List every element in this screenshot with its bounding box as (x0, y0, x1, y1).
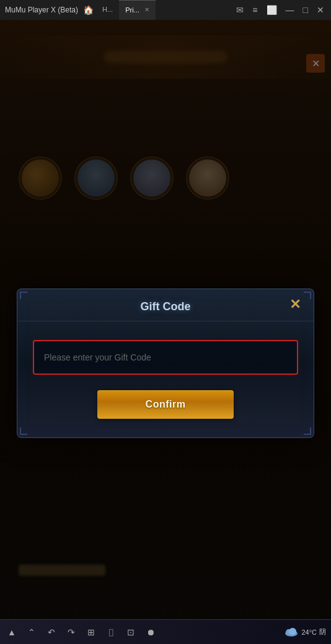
tab-h[interactable]: H... (96, 0, 119, 20)
taskbar-right: 24°C 阴 (284, 627, 326, 637)
dialog-header: Gift Code ✕ (17, 289, 314, 321)
weather-condition: 阴 (319, 627, 326, 637)
menu-icon[interactable]: ≡ (250, 5, 259, 15)
confirm-button[interactable]: Confirm (97, 390, 234, 419)
taskbar-icon-7[interactable]: ⊡ (124, 625, 138, 639)
corner-br (304, 427, 311, 435)
bottom-text-blur (19, 565, 105, 576)
restore-icon[interactable]: ⬜ (265, 5, 279, 15)
taskbar: ▲ ⌃ ↶ ↷ ⊞ ⌷ ⊡ ⏺ 24°C 阴 (0, 619, 331, 644)
close-button[interactable]: ✕ (315, 5, 326, 15)
minimize-button[interactable]: — (284, 5, 296, 15)
svg-point-2 (289, 628, 296, 635)
weather-icon (284, 627, 299, 637)
gift-code-input-wrapper (33, 340, 298, 375)
taskbar-left: ▲ ⌃ ↶ ↷ ⊞ ⌷ ⊡ ⏺ (5, 625, 157, 639)
home-icon[interactable]: 🏠 (83, 5, 94, 15)
maximize-button[interactable]: □ (301, 5, 310, 15)
dialog-close-icon: ✕ (289, 297, 301, 313)
taskbar-icon-4[interactable]: ↷ (64, 625, 78, 639)
titlebar: MuMu Player X (Beta) 🏠 H... Pri... ✕ ✉ ≡… (0, 0, 331, 20)
dialog-body: Confirm (17, 321, 314, 437)
tab-h-label: H... (102, 6, 113, 13)
window-controls: ✉ ≡ ⬜ — □ ✕ (234, 5, 326, 15)
corner-bl (20, 427, 27, 435)
mail-icon[interactable]: ✉ (234, 5, 245, 15)
dialog-title: Gift Code (141, 300, 191, 313)
bottom-area (0, 445, 331, 644)
taskbar-icon-1[interactable]: ▲ (5, 625, 19, 639)
weather-info: 24°C 阴 (284, 627, 326, 637)
dialog-close-button[interactable]: ✕ (285, 295, 305, 315)
weather-temp: 24°C (301, 628, 317, 636)
tab-close-icon[interactable]: ✕ (144, 6, 149, 13)
taskbar-icon-8[interactable]: ⏺ (144, 625, 157, 639)
gift-code-dialog: Gift Code ✕ Confirm (17, 288, 314, 438)
taskbar-icon-6[interactable]: ⌷ (104, 625, 118, 639)
taskbar-icon-3[interactable]: ↶ (45, 625, 58, 639)
gift-code-input[interactable] (35, 342, 296, 372)
tab-pri-label: Pri... (125, 6, 139, 14)
app-title: MuMu Player X (Beta) (5, 6, 78, 14)
taskbar-icon-5[interactable]: ⊞ (84, 625, 98, 639)
taskbar-icon-2[interactable]: ⌃ (25, 625, 38, 639)
tab-pri[interactable]: Pri... ✕ (119, 0, 156, 20)
tabs-container: H... Pri... ✕ (96, 0, 234, 20)
game-background: ✕ Gift Code ✕ (0, 20, 331, 644)
